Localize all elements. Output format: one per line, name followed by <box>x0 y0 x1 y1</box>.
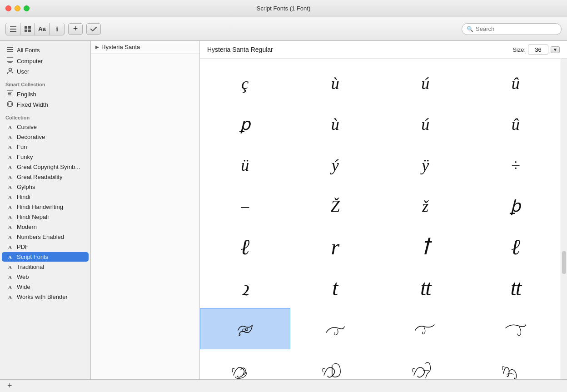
script-fonts-icon: A <box>6 254 14 260</box>
sidebar-item-english[interactable]: English <box>2 89 89 99</box>
font-list-item-hysteria-santa[interactable]: ▶ Hysteria Santa <box>91 41 199 54</box>
sidebar-item-fixed-width[interactable]: Fixed Width <box>2 99 89 110</box>
computer-label: Computer <box>17 58 43 65</box>
search-icon: 🔍 <box>467 26 473 32</box>
sidebar-item-all-fonts[interactable]: All Fonts <box>2 45 89 55</box>
sidebar-item-glyphs[interactable]: A Gylphs <box>2 182 89 192</box>
glyph-cell[interactable]: û <box>471 63 561 104</box>
fixed-width-label: Fixed Width <box>17 101 48 108</box>
size-input[interactable] <box>528 45 548 55</box>
glyph-cell[interactable] <box>380 349 471 379</box>
glyph-cell[interactable]: t <box>290 268 381 308</box>
glyph-cell[interactable]: ž <box>380 186 471 227</box>
sidebar-item-web[interactable]: A Web <box>2 272 89 282</box>
funky-icon: A <box>6 154 14 160</box>
collection-header: Collection <box>0 110 90 122</box>
minimize-button[interactable] <box>15 5 20 11</box>
font-list-item-label: Hysteria Santa <box>101 44 140 50</box>
glyph-cell[interactable]: ú <box>380 63 471 104</box>
glyph-cell[interactable] <box>200 349 290 379</box>
vertical-scrollbar[interactable] <box>561 59 567 379</box>
glyph-cell[interactable] <box>471 349 561 379</box>
sidebar-item-fun[interactable]: A Fun <box>2 142 89 152</box>
glyph-cell[interactable]: – <box>200 186 290 227</box>
glyph-cell[interactable]: û <box>471 104 561 145</box>
sidebar-item-cursive[interactable]: A Cursive <box>2 122 89 132</box>
glyph-cell[interactable]: ü <box>200 145 290 186</box>
maximize-button[interactable] <box>24 5 30 11</box>
glyph-cell[interactable]: r <box>290 227 381 268</box>
svg-rect-10 <box>7 57 13 61</box>
sidebar-item-numbers-enabled[interactable]: A Numbers Enabled <box>2 232 89 242</box>
web-icon: A <box>6 274 14 280</box>
sidebar-item-traditional[interactable]: A Traditional <box>2 262 89 272</box>
size-dropdown-button[interactable]: ▼ <box>551 46 560 53</box>
close-button[interactable] <box>5 5 11 11</box>
svg-point-20 <box>246 328 248 330</box>
glyph-cell[interactable]: ℓ <box>471 227 561 268</box>
sidebar-item-works-with-blender[interactable]: A Works with Blender <box>2 292 89 302</box>
glyph-cell-selected[interactable] <box>200 308 290 349</box>
glyph-cell[interactable] <box>380 308 471 349</box>
sidebar-item-script-fonts[interactable]: A Script Fonts <box>2 252 89 262</box>
info-button[interactable]: ℹ <box>50 23 64 35</box>
ornament-glyph-svg <box>231 317 259 342</box>
sidebar-item-great-readability[interactable]: A Great Readability <box>2 172 89 182</box>
add-font-button[interactable]: + <box>68 23 83 35</box>
hamburger-button[interactable] <box>6 23 20 35</box>
glyph-cell[interactable] <box>290 349 381 379</box>
sidebar-item-decorative[interactable]: A Decorative <box>2 132 89 142</box>
sidebar-item-pdf[interactable]: A PDF <box>2 242 89 252</box>
decorative-label: Decorative <box>17 134 45 140</box>
works-with-blender-label: Works with Blender <box>17 293 68 300</box>
svg-rect-7 <box>7 47 13 48</box>
sidebar-item-hindi[interactable]: A Hindi <box>2 192 89 202</box>
orn-h-svg <box>500 355 532 380</box>
search-bar[interactable]: 🔍 <box>462 23 562 35</box>
check-button[interactable] <box>86 23 101 35</box>
svg-rect-16 <box>8 93 11 94</box>
sidebar-item-wide[interactable]: A Wide <box>2 282 89 292</box>
fun-label: Fun <box>17 144 27 150</box>
glyph-cell[interactable]: ꝛ <box>200 268 290 308</box>
glyph-cell[interactable]: ꝑ <box>200 104 290 145</box>
great-readability-icon: A <box>6 174 14 180</box>
svg-rect-12 <box>8 63 12 64</box>
sidebar-item-computer[interactable]: Computer <box>2 56 89 66</box>
sidebar-item-funky[interactable]: A Funky <box>2 152 89 162</box>
sidebar-item-hindi-nepali[interactable]: A Hindi Nepali <box>2 212 89 222</box>
glyph-cell[interactable]: ù <box>290 104 381 145</box>
glyph-cell[interactable]: ç <box>200 63 290 104</box>
glyph-cell[interactable]: tt <box>471 268 561 308</box>
glyph-cell[interactable]: tt <box>380 268 471 308</box>
glyph-cell[interactable]: ÷ <box>471 145 561 186</box>
glyph-cell[interactable]: ꝉ <box>380 227 471 268</box>
glyph-cell[interactable] <box>290 308 381 349</box>
glyph-cell[interactable] <box>471 308 561 349</box>
hindi-nepali-icon: A <box>6 214 14 220</box>
sidebar-item-modern[interactable]: A Modern <box>2 222 89 232</box>
aa-view-button[interactable]: Aa <box>35 23 50 35</box>
hindi-handwriting-icon: A <box>6 204 14 210</box>
sidebar-item-great-copyright[interactable]: A Great Copyright Symb... <box>2 162 89 172</box>
english-label: English <box>17 91 36 98</box>
user-label: User <box>17 68 29 75</box>
sidebar-add-collection-button[interactable]: + <box>5 380 15 392</box>
sidebar-item-user[interactable]: User <box>2 66 89 77</box>
glyph-cell[interactable]: ꝧ <box>471 186 561 227</box>
search-input[interactable] <box>476 25 557 32</box>
glyph-cell[interactable]: ℓ <box>200 227 290 268</box>
glyph-cell[interactable]: ù <box>290 63 381 104</box>
pdf-label: PDF <box>17 243 29 250</box>
glyph-cell[interactable]: ý <box>290 145 381 186</box>
glyph-cell[interactable]: ú <box>380 104 471 145</box>
glyph-cell[interactable]: Ž <box>290 186 381 227</box>
sidebar-item-hindi-handwriting[interactable]: A Hindi Handwriting <box>2 202 89 212</box>
scroll-thumb[interactable] <box>562 251 566 274</box>
grid-view-button[interactable] <box>20 23 35 35</box>
toolbar: Aa ℹ + 🔍 <box>0 17 567 41</box>
glyph-grid[interactable]: ç ù ú û ꝑ ù ú û ü ý ÿ ÷ – Ž ž ꝧ <box>200 59 561 379</box>
numbers-enabled-icon: A <box>6 234 14 240</box>
glyph-cell[interactable]: ÿ <box>380 145 471 186</box>
great-copyright-icon: A <box>6 164 14 170</box>
